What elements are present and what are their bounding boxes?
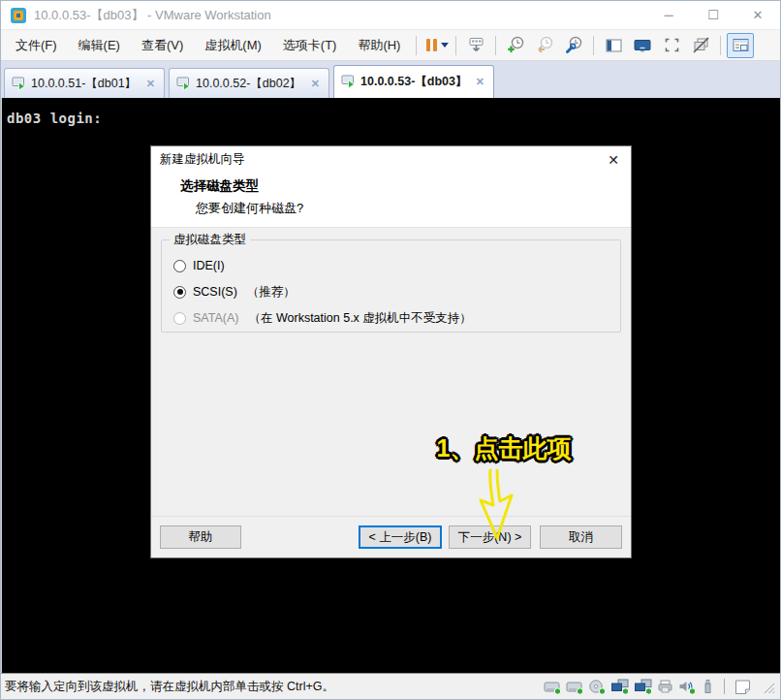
show-sidebar-button[interactable] (600, 33, 627, 58)
vmware-workstation-window: 10.0.0.53-【db03】 - VMware Workstation ─ … (0, 0, 781, 700)
tab-label: 10.0.0.53-【db03】 (360, 74, 467, 90)
device-status-icons (544, 679, 776, 695)
vmware-logo-icon (11, 8, 26, 23)
dialog-title-bar[interactable]: 新建虚拟机向导 ✕ (151, 146, 631, 173)
menu-vm[interactable]: 虚拟机(M) (194, 30, 272, 60)
menu-toolbar: 文件(F) 编辑(E) 查看(V) 虚拟机(M) 选项卡(T) 帮助(H) (1, 30, 780, 61)
console-view-button[interactable] (629, 33, 656, 58)
close-button[interactable]: ✕ (735, 1, 780, 29)
radio-label: IDE(I) (193, 259, 225, 272)
menu-tabs[interactable]: 选项卡(T) (272, 30, 348, 60)
cancel-button[interactable]: 取消 (540, 525, 622, 549)
network-adapter-icon[interactable] (610, 679, 630, 695)
dialog-heading: 选择磁盘类型 (180, 177, 631, 195)
title-bar: 10.0.0.53-【db03】 - VMware Workstation ─ … (1, 1, 780, 30)
chevron-down-icon (441, 43, 449, 48)
sidebar-panel-icon (605, 37, 623, 54)
tab-db02[interactable]: 10.0.0.52-【db02】 ✕ (169, 68, 329, 98)
radio-label: SATA(A) (193, 311, 238, 325)
take-snapshot-button[interactable] (502, 33, 529, 58)
usb-icon[interactable] (701, 679, 715, 695)
network-adapter-2-icon[interactable] (634, 679, 653, 695)
status-bar: 要将输入定向到该虚拟机，请在虚拟机内部单击或按 Ctrl+G。 (1, 673, 780, 699)
toolbar-separator (416, 36, 417, 55)
radio-disabled-icon (173, 312, 186, 325)
tab-label: 10.0.0.52-【db02】 (196, 76, 301, 92)
unity-mode-button[interactable] (687, 33, 714, 58)
window-controls: ─ ☐ ✕ (646, 1, 780, 29)
revert-snapshot-button[interactable] (531, 33, 558, 58)
ctrl-alt-del-icon (467, 36, 485, 54)
next-button[interactable]: 下一步(N) > (449, 525, 531, 549)
radio-selected-icon[interactable] (173, 286, 186, 299)
menu-help[interactable]: 帮助(H) (347, 30, 411, 60)
send-ctrl-alt-del-button[interactable] (462, 33, 489, 58)
minimize-button[interactable]: ─ (646, 1, 691, 29)
radio-icon[interactable] (173, 260, 186, 272)
radio-option-scsi[interactable]: SCSI(S) （推荐） (173, 281, 620, 302)
tab-db01[interactable]: 10.0.0.51-【db01】 ✕ (4, 68, 165, 98)
console-login-prompt: db03 login: (7, 111, 102, 126)
dialog-close-icon[interactable]: ✕ (605, 152, 622, 168)
menu-file[interactable]: 文件(F) (5, 30, 68, 60)
radio-option-sata: SATA(A) （在 Workstation 5.x 虚拟机中不受支持） (173, 307, 620, 329)
fullscreen-icon (663, 36, 681, 54)
tab-close-icon[interactable]: ✕ (309, 76, 322, 92)
cd-dvd-icon[interactable] (588, 679, 607, 695)
dialog-content: 虚拟磁盘类型 IDE(I) SCSI(S) （推荐） SATA(A) （在 Wo… (151, 228, 631, 516)
maximize-button[interactable]: ☐ (691, 1, 735, 29)
manage-snapshots-icon (565, 36, 583, 54)
toolbar-separator (720, 36, 721, 55)
radio-note: （推荐） (247, 284, 296, 301)
tab-label: 10.0.0.51-【db01】 (31, 76, 137, 92)
radio-note: （在 Workstation 5.x 虚拟机中不受支持） (248, 310, 471, 327)
tab-bar: 10.0.0.51-【db01】 ✕ 10.0.0.52-【db02】 ✕ 10… (1, 61, 780, 98)
vm-powered-on-icon (12, 77, 26, 91)
dialog-footer: 帮助 < 上一步(B) 下一步(N) > 取消 (151, 516, 631, 557)
dialog-title: 新建虚拟机向导 (160, 151, 245, 168)
window-title: 10.0.0.53-【db03】 - VMware Workstation (34, 7, 271, 24)
pause-button[interactable] (422, 33, 450, 58)
hard-disk-icon[interactable] (544, 679, 562, 695)
printer-icon[interactable] (657, 679, 674, 695)
tab-db03-active[interactable]: 10.0.0.53-【db03】 ✕ (333, 65, 494, 98)
toolbar-separator (593, 36, 594, 55)
message-log-icon[interactable] (734, 679, 752, 695)
dialog-header: 选择磁盘类型 您要创建何种磁盘? (151, 173, 631, 227)
groupbox-label: 虚拟磁盘类型 (170, 232, 250, 248)
manage-snapshots-button[interactable] (560, 33, 587, 58)
help-button[interactable]: 帮助 (160, 525, 241, 549)
revert-snapshot-icon (536, 36, 554, 54)
show-library-button[interactable] (727, 33, 754, 58)
disk-type-groupbox: 虚拟磁盘类型 IDE(I) SCSI(S) （推荐） SATA(A) （在 Wo… (161, 239, 621, 333)
menu-view[interactable]: 查看(V) (131, 30, 194, 60)
fullscreen-button[interactable] (658, 33, 685, 58)
library-panel-icon (732, 37, 750, 54)
vm-powered-on-icon (176, 77, 191, 91)
status-message: 要将输入定向到该虚拟机，请在虚拟机内部单击或按 Ctrl+G。 (5, 679, 334, 695)
statusbar-separator (724, 679, 725, 694)
radio-label: SCSI(S) (193, 285, 237, 299)
dialog-question: 您要创建何种磁盘? (196, 200, 631, 217)
vm-powered-on-icon (341, 75, 356, 89)
new-vm-wizard-dialog: 新建虚拟机向导 ✕ 选择磁盘类型 您要创建何种磁盘? 虚拟磁盘类型 IDE(I)… (150, 145, 632, 558)
tab-close-icon[interactable]: ✕ (474, 74, 486, 90)
resize-grip[interactable] (762, 681, 776, 695)
toolbar-separator (495, 36, 496, 55)
radio-option-ide[interactable]: IDE(I) (173, 255, 620, 276)
menu-edit[interactable]: 编辑(E) (68, 30, 131, 60)
back-button[interactable]: < 上一步(B) (359, 525, 442, 549)
pause-icon (424, 39, 439, 51)
tab-close-icon[interactable]: ✕ (144, 76, 157, 92)
sound-icon[interactable] (678, 679, 697, 695)
take-snapshot-icon (507, 36, 525, 54)
hard-disk-2-icon[interactable] (566, 679, 584, 695)
console-view-icon (633, 37, 652, 54)
unity-mode-icon (692, 36, 710, 54)
toolbar-separator (455, 36, 456, 55)
